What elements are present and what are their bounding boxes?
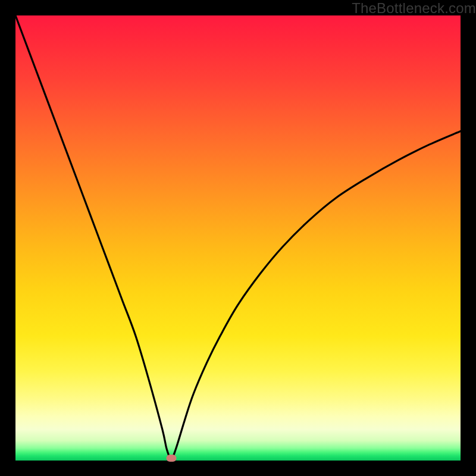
plot-area [15, 15, 461, 461]
outer-frame: TheBottleneck.com [0, 0, 476, 476]
optimum-marker [166, 455, 176, 462]
bottleneck-curve [15, 15, 461, 461]
watermark-text: TheBottleneck.com [352, 0, 476, 17]
